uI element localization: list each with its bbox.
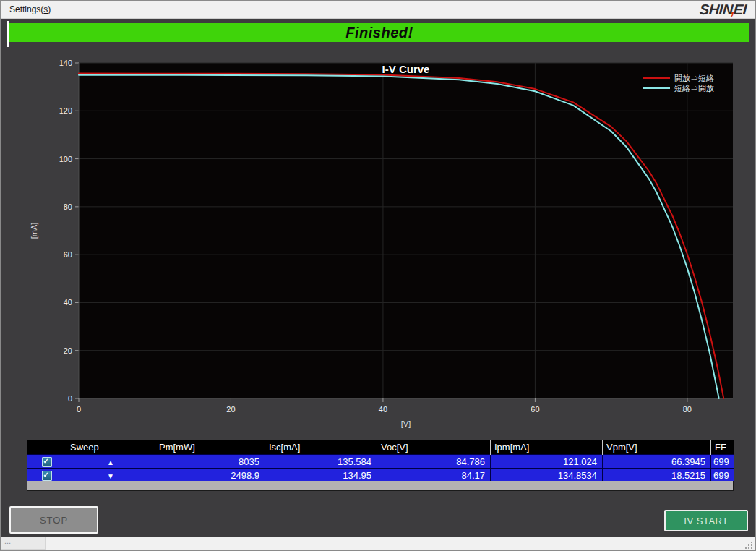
chart-title: I-V Curve [382, 63, 430, 75]
plot-area [79, 63, 733, 398]
voc-value: 84.786 [377, 455, 491, 469]
menu-settings-label-close: ) [48, 4, 51, 14]
sweep-down-icon: ▼ [107, 472, 114, 480]
col-header-ipm: Ipm[mA] [491, 440, 603, 455]
resize-grip-icon[interactable] [751, 547, 752, 549]
y-tick-label: 120 [59, 106, 72, 115]
y-tick-label: 100 [59, 155, 72, 163]
col-header-ff: FF [711, 440, 734, 455]
iv-curve-chart: 020406080100120140020406080I-V Curve[V][… [27, 56, 749, 435]
y-tick-label: 80 [64, 202, 72, 211]
y-tick-label: 140 [59, 59, 72, 67]
stop-button[interactable]: STOP [9, 506, 98, 534]
ff-value: 699 [711, 455, 734, 469]
ipm-value: 121.024 [491, 455, 603, 469]
vpm-value: 66.3945 [603, 455, 711, 469]
status-banner-text: Finished! [345, 25, 413, 41]
col-header-voc: Voc[V] [377, 440, 491, 455]
x-tick-label: 40 [379, 405, 387, 414]
table-empty-area [27, 481, 734, 491]
voc-value: 84.17 [377, 469, 491, 482]
table-row-forward[interactable]: ▲ 8035 135.584 84.786 121.024 66.3945 69… [27, 455, 734, 469]
app-window: Settings(s) SHIN,EI Finished! 0204060801… [0, 0, 756, 551]
y-axis-label: [mA] [30, 223, 38, 239]
vpm-value: 18.5215 [603, 469, 711, 482]
menu-bar: Settings(s) SHIN,EI [1, 1, 755, 19]
isc-value: 134.95 [265, 469, 377, 482]
statusbar-grip: ... [1, 537, 46, 550]
ff-value: 699 [711, 469, 734, 482]
logo-text-2: EI [733, 1, 747, 17]
table-header-row: Sweep Pm[mW] Isc[mA] Voc[V] Ipm[mA] Vpm[… [27, 440, 734, 455]
isc-value: 135.584 [265, 455, 377, 469]
table-row-reverse[interactable]: ▼ 2498.9 134.95 84.17 134.8534 18.5215 6… [27, 469, 734, 482]
statusbar-dots-icon: ... [4, 537, 11, 545]
x-tick-label: 80 [683, 405, 692, 414]
y-tick-label: 60 [64, 250, 72, 259]
panel-edge-highlight [7, 21, 9, 47]
sweep-up-icon: ▲ [107, 458, 114, 466]
legend-label: 開放⇒短絡 [674, 74, 714, 82]
col-header-isc: Isc[mA] [265, 440, 377, 455]
pm-value: 8035 [155, 455, 265, 469]
col-header-select [27, 440, 66, 455]
y-tick-label: 20 [64, 346, 72, 355]
menu-settings[interactable]: Settings(s) [5, 3, 55, 16]
status-bar: ... [1, 537, 755, 551]
x-tick-label: 20 [226, 405, 235, 414]
pm-value: 2498.9 [155, 469, 265, 482]
results-table: Sweep Pm[mW] Isc[mA] Voc[V] Ipm[mA] Vpm[… [27, 440, 734, 482]
shinei-logo: SHIN,EI [699, 1, 751, 18]
col-header-sweep: Sweep [66, 440, 155, 455]
x-axis-label: [V] [401, 419, 411, 428]
y-tick-label: 0 [68, 394, 72, 403]
row-checkbox-checked-icon[interactable] [42, 471, 52, 481]
menu-settings-label: Settings( [9, 4, 43, 14]
status-banner: Finished! [9, 23, 749, 42]
row-checkbox-checked-icon[interactable] [42, 457, 52, 467]
col-header-vpm: Vpm[V] [603, 440, 711, 455]
y-tick-label: 40 [64, 298, 72, 307]
logo-text-1: SHIN [700, 1, 734, 17]
ipm-value: 134.8534 [491, 469, 603, 482]
legend-label: 短絡⇒開放 [674, 84, 714, 93]
x-tick-label: 0 [77, 405, 81, 414]
col-header-pm: Pm[mW] [155, 440, 265, 455]
x-tick-label: 60 [531, 405, 539, 414]
iv-start-button[interactable]: IV START [664, 510, 748, 531]
